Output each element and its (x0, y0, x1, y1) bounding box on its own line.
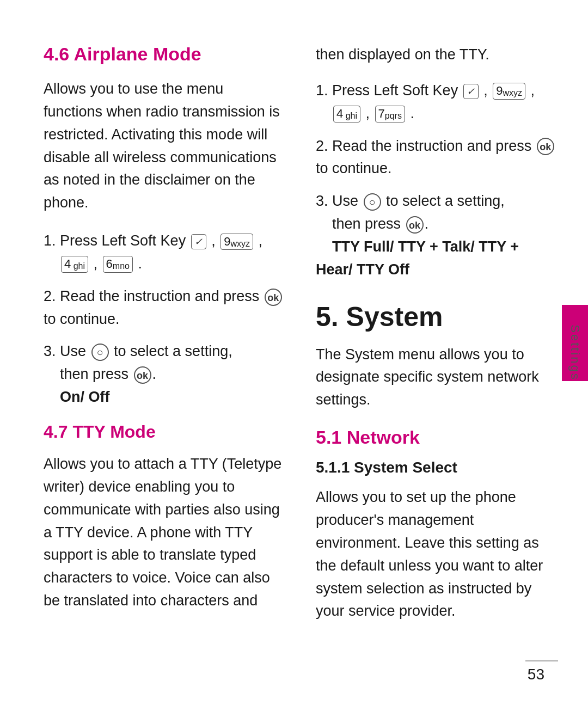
tty-options: TTY Full/ TTY + Talk/ TTY +Hear/ TTY Off (316, 238, 519, 278)
sidebar-label: Settings (568, 324, 582, 381)
section-4-6-steps: 1. Press Left Soft Key ✓ , 9wxyz , 4 ghi… (44, 230, 283, 409)
comma-sep: , (207, 232, 220, 249)
step-1-keys-2: 4 ghi , 6mno . (44, 255, 142, 272)
section-5: 5. System The System menu allows you to … (316, 301, 555, 623)
section-5-1-1-heading: 5.1.1 System Select (316, 459, 555, 476)
tty-ok-icon-2: ok (406, 216, 424, 234)
tty-step-2: 2. Read the instruction and press ok to … (316, 135, 555, 181)
section-5-1-1-text: Allows you to set up the phone producer'… (316, 486, 555, 623)
sidebar-label-wrap: Settings (562, 0, 588, 705)
section-5-heading: 5. System (316, 301, 555, 333)
section-4-6-intro: Allows you to use the menu functions whe… (44, 78, 283, 214)
right-column: then displayed on the TTY. 1. Press Left… (305, 44, 555, 672)
period: . (134, 255, 142, 272)
tty-step-2-text: 2. Read the instruction and press ok to … (316, 138, 555, 177)
section-5-intro: The System menu allows you to designate … (316, 344, 555, 412)
section-5-1: 5.1 Network 5.1.1 System Select Allows y… (316, 427, 555, 623)
tty-key-7pqrs: 7pqrs (375, 106, 405, 122)
comma-sep3: , (89, 255, 102, 272)
tty-continued: then displayed on the TTY. (316, 44, 555, 66)
step-4-6-1: 1. Press Left Soft Key ✓ , 9wxyz , 4 ghi… (44, 230, 283, 275)
page-number: 53 (528, 666, 544, 683)
step-num: 1. Press Left Soft Key (44, 232, 190, 249)
comma-sep2: , (254, 232, 262, 249)
ok-icon: ok (265, 289, 282, 306)
tty-key-9wxyz: 9wxyz (493, 83, 525, 100)
step-4-6-2: 2. Read the instruction and press ok to … (44, 285, 283, 331)
section-5-1-heading: 5.1 Network (316, 427, 555, 448)
tty-step-3: 3. Use ○ to select a setting, then press… (316, 190, 555, 281)
nav-icon: ○ (91, 344, 109, 361)
section-4-7: 4.7 TTY Mode Allows you to attach a TTY … (44, 422, 283, 612)
option-on-off: On/ Off (44, 389, 109, 405)
tty-ok-icon: ok (537, 138, 554, 155)
key-6mno: 6mno (103, 256, 133, 273)
step-4-6-3: 3. Use ○ to select a setting, then press… (44, 340, 283, 409)
key-4ghi: 4 ghi (61, 256, 88, 273)
menu-icon: ✓ (191, 234, 206, 249)
ok-icon-2: ok (134, 366, 151, 384)
tty-steps: 1. Press Left Soft Key ✓ , 9wxyz , 4 ghi… (316, 79, 555, 281)
tty-nav-icon: ○ (364, 193, 381, 211)
tty-menu-icon: ✓ (463, 84, 479, 99)
step-3-text: 3. Use ○ to select a setting, then press… (44, 343, 232, 405)
tty-key-4ghi: 4 ghi (333, 106, 360, 122)
step-2-text: 2. Read the instruction and press ok to … (44, 288, 283, 327)
section-4-6: 4.6 Airplane Mode Allows you to use the … (44, 44, 283, 409)
tty-step-1: 1. Press Left Soft Key ✓ , 9wxyz , 4 ghi… (316, 79, 555, 125)
divider-line (525, 660, 558, 661)
tty-step-3-text: 3. Use ○ to select a setting, then press… (316, 193, 519, 278)
section-4-7-heading: 4.7 TTY Mode (44, 422, 283, 442)
section-5-1-1: 5.1.1 System Select Allows you to set up… (316, 459, 555, 623)
section-4-7-intro: Allows you to attach a TTY (Teletype wri… (44, 453, 283, 612)
sidebar-bar: Settings (562, 0, 588, 705)
section-4-6-heading: 4.6 Airplane Mode (44, 44, 283, 65)
left-column: 4.6 Airplane Mode Allows you to use the … (44, 44, 305, 672)
key-9wxyz: 9wxyz (220, 234, 253, 250)
tty-step-1-text: 1. Press Left Soft Key ✓ , 9wxyz , 4 ghi… (316, 82, 535, 121)
